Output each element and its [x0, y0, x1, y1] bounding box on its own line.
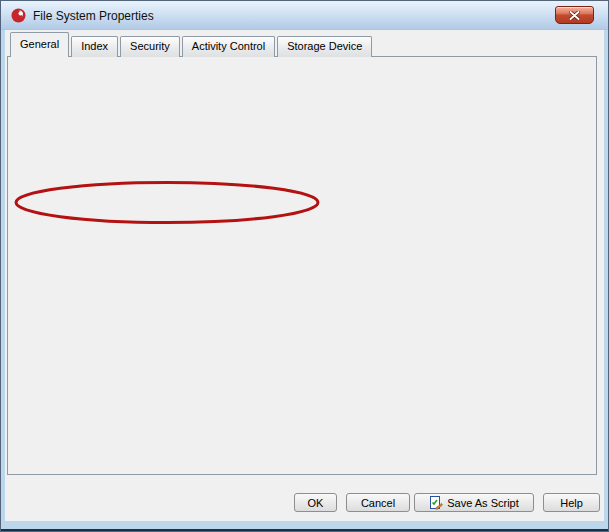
general-tab-pane: [7, 56, 597, 475]
close-icon: [569, 11, 580, 20]
script-icon: [429, 496, 443, 510]
tab-storage-device[interactable]: Storage Device: [277, 36, 372, 57]
window-title: File System Properties: [33, 9, 154, 23]
cancel-button[interactable]: Cancel: [346, 493, 410, 512]
app-logo-icon: [11, 8, 26, 23]
tab-activity-control[interactable]: Activity Control: [182, 36, 275, 57]
tab-security[interactable]: Security: [120, 36, 180, 57]
ok-button[interactable]: OK: [294, 493, 337, 512]
save-as-script-button[interactable]: Save As Script: [414, 493, 534, 512]
titlebar[interactable]: File System Properties: [1, 1, 608, 30]
file-system-properties-dialog: File System Properties General Index Sec…: [0, 0, 609, 532]
help-button[interactable]: Help: [543, 493, 600, 512]
tab-index[interactable]: Index: [71, 36, 118, 57]
tab-general[interactable]: General: [10, 32, 69, 57]
close-button[interactable]: [555, 6, 594, 24]
tab-bar: General Index Security Activity Control …: [10, 32, 374, 57]
